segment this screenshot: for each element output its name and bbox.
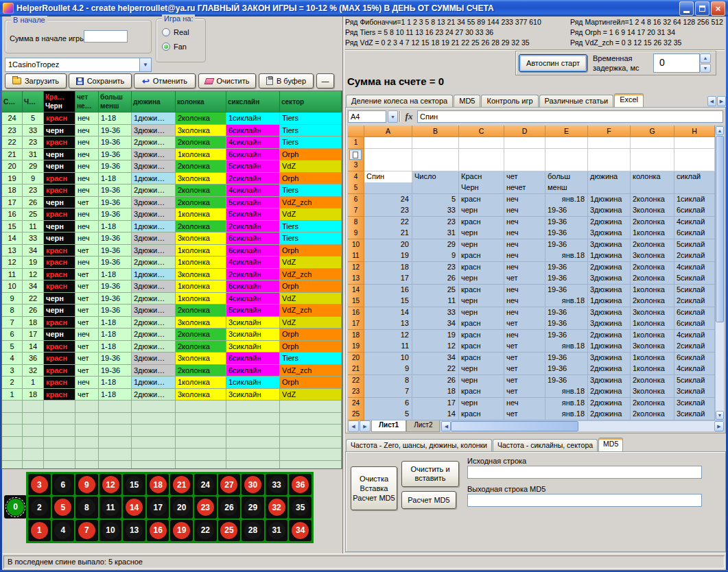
excel-hscroll[interactable]: ◀ ▶ [441, 420, 725, 432]
excel-cell[interactable]: 3сиклай [674, 386, 715, 398]
main-tab-3[interactable]: Различные статьи [539, 95, 614, 107]
excel-vscroll[interactable]: ▲ ▼ [715, 126, 725, 420]
excel-cell[interactable]: 19-36 [545, 262, 588, 274]
excel-cell[interactable]: чет [504, 386, 545, 398]
delay-spinner-value[interactable]: 0 [653, 53, 700, 73]
hscroll-right-icon[interactable]: ▶ [714, 421, 724, 431]
excel-cell[interactable]: 2колонка [631, 398, 674, 409]
excel-cell[interactable]: 15 [364, 296, 412, 307]
excel-cell[interactable]: 19-36 [545, 273, 588, 285]
excel-cell[interactable]: неч [504, 250, 545, 262]
scroll-up-icon[interactable]: ▲ [716, 126, 724, 135]
excel-cell[interactable]: янв.18 [545, 398, 588, 409]
excel-cell[interactable]: 33 [412, 307, 459, 319]
excel-cell[interactable]: неч [504, 307, 545, 319]
spin-row[interactable]: 826чернчет19-363дюжи…2колонка5сиклайнVdZ… [2, 305, 342, 317]
excel-cell[interactable]: 16 [364, 285, 412, 296]
excel-cell[interactable]: 19-36 [545, 364, 588, 375]
excel-cell[interactable]: Число [412, 171, 459, 183]
excel-cell[interactable]: 8 [364, 375, 412, 387]
excel-cell[interactable]: 2колонка [631, 273, 674, 285]
excel-cell[interactable]: янв.18 [545, 194, 588, 206]
excel-cell[interactable]: нечет [504, 182, 545, 194]
excel-cell[interactable]: 9 [412, 250, 459, 262]
titlebar[interactable]: HelperRoullet 4.2 - create helperroullet… [0, 0, 728, 16]
excel-cell[interactable]: 3колонка [631, 341, 674, 353]
excel-cell[interactable]: 24 [364, 194, 412, 206]
excel-cell[interactable]: 18 [412, 386, 459, 398]
excel-cell[interactable]: 22 [364, 217, 412, 228]
excel-cell[interactable]: 4сиклай [674, 364, 715, 375]
radio-fan[interactable]: Fan [162, 43, 187, 51]
excel-cell[interactable]: неч [504, 239, 545, 251]
excel-cell[interactable]: черн [459, 239, 504, 251]
excel-cell[interactable] [588, 160, 631, 171]
excel-cell[interactable]: 19-36 [545, 205, 588, 217]
excel-cell[interactable] [545, 160, 588, 171]
excel-cell[interactable]: неч [504, 398, 545, 409]
md5-input[interactable] [467, 466, 702, 479]
main-tab-2[interactable]: Контроль игр [481, 95, 538, 107]
excel-cell[interactable]: 6сиклай [674, 307, 715, 319]
excel-row-number[interactable]: 22 [348, 375, 364, 387]
excel-cell[interactable]: 3колонка [631, 250, 674, 262]
excel-cell[interactable] [459, 137, 504, 149]
excel-cell[interactable]: чет [504, 318, 545, 330]
excel-cell[interactable]: 5сиклай [674, 285, 715, 296]
excel-cell[interactable]: 7 [364, 386, 412, 398]
excel-row-number[interactable]: 11 [348, 250, 364, 262]
main-tab-4[interactable]: Excel [614, 93, 644, 107]
excel-cell[interactable]: 2колонка [631, 239, 674, 251]
excel-col-header[interactable]: G [631, 126, 674, 137]
freq-tab-1[interactable]: Частота - сиклайны, сектора [493, 439, 598, 451]
spin-row[interactable]: 1511черннеч1-181дюжи…2колонка2сиклайнTie… [2, 221, 342, 233]
excel-cell[interactable]: черн [459, 375, 504, 387]
excel-cell[interactable]: 1колонка [631, 228, 674, 239]
excel-cell[interactable]: 12 [412, 341, 459, 353]
excel-cell[interactable] [588, 182, 631, 194]
excel-cell[interactable] [412, 137, 459, 149]
excel-cell[interactable] [588, 137, 631, 149]
excel-cell[interactable]: черн [459, 296, 504, 307]
excel-cell[interactable] [364, 160, 412, 171]
sheet-nav-left-icon[interactable]: ◀ [348, 420, 359, 432]
excel-cell[interactable]: неч [504, 217, 545, 228]
excel-cell[interactable]: неч [504, 296, 545, 307]
spin-row[interactable]: 1112краснчет1-181дюжи…3колонка2сиклайнVd… [2, 269, 342, 281]
excel-cell[interactable]: 14 [364, 307, 412, 319]
excel-cell[interactable]: 3дюжина [588, 205, 631, 217]
excel-row-number[interactable]: 16 [348, 307, 364, 319]
excel-cell[interactable]: 31 [412, 228, 459, 239]
excel-cell[interactable]: Черн [459, 182, 504, 194]
excel-row-number[interactable]: 14 [348, 285, 364, 296]
excel-cell[interactable]: 2сиклай [674, 341, 715, 353]
excel-cell[interactable]: 3дюжина [588, 353, 631, 364]
excel-cell[interactable]: сиклай [674, 171, 715, 183]
excel-corner[interactable] [348, 126, 364, 137]
excel-cell[interactable]: черн [459, 307, 504, 319]
name-box[interactable]: A4 [348, 110, 386, 123]
excel-cell[interactable]: 9 [364, 364, 412, 375]
excel-cell[interactable] [545, 149, 588, 160]
excel-cell[interactable] [459, 149, 504, 160]
spin-row[interactable]: 1034краснчет19-363дюжи…1колонка6сиклайнO… [2, 281, 342, 293]
excel-cell[interactable]: 17 [364, 273, 412, 285]
excel-cell[interactable]: янв.18 [545, 296, 588, 307]
excel-cell[interactable]: янв.18 [545, 386, 588, 398]
excel-cell[interactable]: 1колонка [631, 285, 674, 296]
excel-col-header[interactable]: B [412, 126, 459, 137]
excel-cell[interactable]: 3дюжина [588, 375, 631, 387]
excel-cell[interactable]: 2сиклай [674, 250, 715, 262]
excel-cell[interactable]: красн [459, 194, 504, 206]
excel-col-header[interactable]: C [459, 126, 504, 137]
excel-col-header[interactable]: E [545, 126, 588, 137]
tab-scroll-left-icon[interactable]: ◀ [707, 96, 716, 106]
excel-cell[interactable] [364, 137, 412, 149]
excel-cell[interactable]: янв.18 [545, 341, 588, 353]
excel-cell[interactable]: чет [504, 353, 545, 364]
excel-cell[interactable]: чет [504, 375, 545, 387]
md5-output[interactable] [467, 494, 702, 507]
excel-cell[interactable]: янв.18 [545, 250, 588, 262]
excel-row-number[interactable]: 13 [348, 273, 364, 285]
spin-row[interactable]: 514краснчет1-182дюжи…2колонка3сиклайнOrp… [2, 341, 342, 353]
